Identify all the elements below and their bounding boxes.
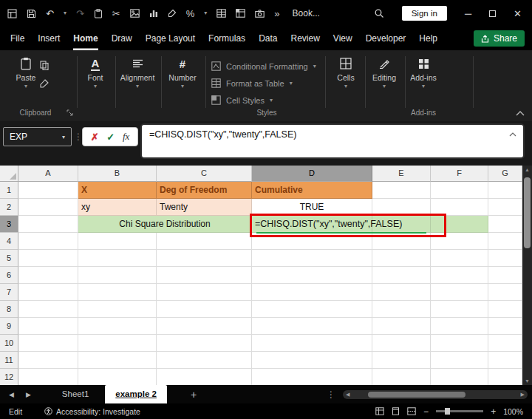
tab-help[interactable]: Help: [419, 27, 437, 50]
collapse-ribbon-icon[interactable]: [516, 111, 525, 116]
formula-bar-input[interactable]: =CHISQ.DIST("xy","twenty",FALSE): [140, 123, 525, 159]
paintbrush-icon[interactable]: [168, 9, 177, 18]
paste-button[interactable]: Paste ▾: [10, 56, 41, 89]
cells-button[interactable]: Cells ▾: [330, 56, 362, 89]
insert-function-icon[interactable]: fx: [123, 131, 129, 143]
cancel-icon[interactable]: ✗: [91, 132, 99, 143]
sheet-tab-example2[interactable]: example 2: [105, 385, 167, 403]
vertical-scrollbar[interactable]: ▲ ▼: [522, 166, 532, 385]
zoom-slider-thumb[interactable]: [445, 408, 450, 415]
undo-chevron-icon[interactable]: ▾: [64, 10, 66, 16]
picture-icon[interactable]: [130, 9, 140, 18]
row-header-11[interactable]: 11: [0, 352, 18, 369]
cell-C1[interactable]: Deg of Freedom: [157, 182, 252, 199]
share-button[interactable]: Share: [474, 30, 525, 47]
search-icon[interactable]: [374, 8, 384, 18]
format-painter-icon[interactable]: [40, 79, 49, 88]
cell-D1[interactable]: Cumulative: [252, 182, 372, 199]
editing-button[interactable]: Editing ▾: [366, 56, 402, 89]
horizontal-scrollbar-thumb[interactable]: [368, 392, 466, 398]
select-all-corner[interactable]: [0, 166, 18, 182]
sheet-tab-sheet1[interactable]: Sheet1: [52, 385, 99, 403]
camera-icon[interactable]: [255, 10, 265, 18]
alignment-button[interactable]: Alignment ▾: [117, 56, 158, 89]
sheetbar-dots-icon[interactable]: ⋮: [327, 389, 335, 400]
pivot-table-icon[interactable]: [236, 9, 245, 18]
cell-F3[interactable]: [431, 216, 488, 233]
scroll-up-icon[interactable]: ▲: [522, 167, 532, 172]
enter-icon[interactable]: ✓: [106, 132, 115, 143]
column-header-B[interactable]: B: [78, 166, 157, 182]
name-box[interactable]: EXP ▾: [3, 127, 72, 146]
column-header-E[interactable]: E: [372, 166, 431, 182]
column-header-F[interactable]: F: [431, 166, 488, 182]
horizontal-scrollbar[interactable]: ◀ ▶: [343, 390, 528, 399]
view-page-break-icon[interactable]: [407, 407, 416, 415]
tab-insert[interactable]: Insert: [38, 27, 60, 50]
row-header-2[interactable]: 2: [0, 199, 18, 216]
row-header-3[interactable]: 3: [0, 216, 18, 233]
column-header-C[interactable]: C: [157, 166, 252, 182]
undo-icon[interactable]: ↶: [46, 9, 54, 18]
vertical-scrollbar-thumb[interactable]: [524, 177, 531, 248]
tab-view[interactable]: View: [333, 27, 352, 50]
zoom-out-button[interactable]: −: [423, 406, 429, 417]
cells-layer[interactable]: XDeg of FreedomCumulativexyTwentyTRUEChi…: [18, 182, 522, 385]
qat-chevron-icon[interactable]: ▾: [204, 10, 207, 16]
view-page-layout-icon[interactable]: [392, 407, 400, 415]
tab-formulas[interactable]: Formulas: [208, 27, 245, 50]
zoom-in-button[interactable]: +: [491, 406, 496, 417]
tab-developer[interactable]: Developer: [366, 27, 406, 50]
scroll-down-icon[interactable]: ▼: [522, 378, 532, 384]
font-button[interactable]: A Font ▾: [80, 56, 111, 89]
row-header-5[interactable]: 5: [0, 250, 18, 267]
tab-data[interactable]: Data: [259, 27, 277, 50]
tab-home[interactable]: Home: [73, 27, 98, 50]
zoom-slider[interactable]: [436, 410, 483, 412]
row-header-10[interactable]: 10: [0, 335, 18, 352]
clipboard-icon[interactable]: [94, 9, 103, 18]
row-header-6[interactable]: 6: [0, 267, 18, 284]
hscroll-left-icon[interactable]: ◀: [346, 392, 349, 398]
tab-draw[interactable]: Draw: [112, 27, 132, 50]
tab-review[interactable]: Review: [290, 27, 319, 50]
row-header-4[interactable]: 4: [0, 233, 18, 250]
cell-B2[interactable]: xy: [78, 199, 157, 216]
cell-B3[interactable]: Chi Square Distribution: [78, 216, 252, 233]
conditional-formatting-button[interactable]: Conditional Formatting ▾: [211, 58, 316, 75]
overflow-icon[interactable]: »: [274, 9, 279, 18]
hscroll-right-icon[interactable]: ▶: [521, 392, 525, 398]
table-icon[interactable]: [216, 9, 226, 18]
view-normal-icon[interactable]: [375, 407, 384, 415]
format-as-table-button[interactable]: Format as Table ▾: [211, 75, 293, 92]
sign-in-button[interactable]: Sign in: [402, 6, 447, 21]
add-sheet-button[interactable]: +: [191, 389, 197, 401]
maximize-button[interactable]: [489, 10, 496, 17]
sheet-nav-right-icon[interactable]: ▶: [26, 391, 31, 398]
chart-icon[interactable]: [149, 9, 158, 18]
column-header-D[interactable]: D: [252, 166, 372, 182]
row-header-9[interactable]: 9: [0, 318, 18, 335]
cut-icon[interactable]: ✂: [112, 9, 120, 18]
save-icon[interactable]: [27, 9, 36, 18]
column-header-A[interactable]: A: [18, 166, 78, 182]
clipboard-dialog-launcher-icon[interactable]: [66, 109, 73, 116]
row-header-8[interactable]: 8: [0, 301, 18, 318]
close-button[interactable]: ✕: [514, 8, 522, 19]
add-ins-button[interactable]: Add-ins ▾: [406, 56, 440, 89]
row-header-7[interactable]: 7: [0, 284, 18, 301]
row-header-1[interactable]: 1: [0, 182, 18, 199]
number-button[interactable]: # Number ▾: [164, 56, 201, 89]
percent-icon[interactable]: %: [186, 9, 195, 18]
app-menu-icon[interactable]: [7, 9, 17, 18]
cell-D3[interactable]: =CHISQ.DIST("xy","twenty",FALSE): [252, 216, 372, 233]
tab-page-layout[interactable]: Page Layout: [146, 27, 195, 50]
cell-B1[interactable]: X: [78, 182, 157, 199]
accessibility-status[interactable]: Accessibility: Investigate: [44, 407, 140, 416]
copy-icon[interactable]: [40, 61, 49, 70]
zoom-level[interactable]: 100%: [503, 407, 523, 416]
minimize-button[interactable]: ─: [465, 8, 471, 19]
column-header-G[interactable]: G: [488, 166, 522, 182]
sheet-nav-left-icon[interactable]: ◀: [9, 391, 14, 398]
cell-C2[interactable]: Twenty: [157, 199, 252, 216]
